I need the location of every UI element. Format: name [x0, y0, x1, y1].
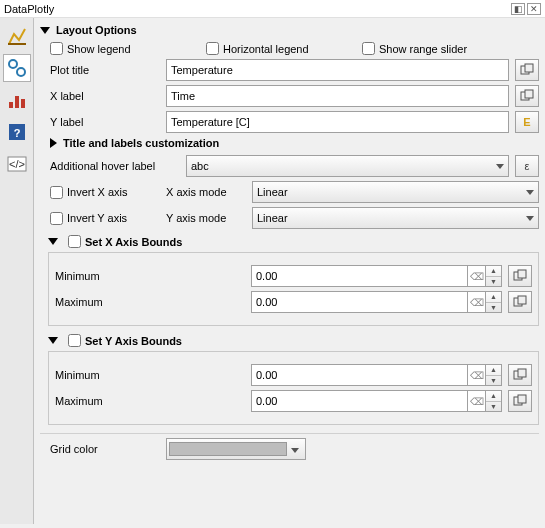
y-max-clear-button[interactable]: ⌫ [468, 390, 486, 412]
sidebar-layout-icon[interactable] [3, 86, 31, 114]
expand-icon [50, 138, 57, 148]
sidebar-settings-icon[interactable] [3, 54, 31, 82]
show-range-slider-checkbox[interactable] [362, 42, 375, 55]
sidebar-help-icon[interactable]: ? [3, 118, 31, 146]
svg-point-2 [17, 68, 25, 76]
y-max-input[interactable] [251, 390, 468, 412]
content-panel: Layout Options Show legend Horizontal le… [34, 18, 545, 524]
svg-rect-17 [518, 296, 526, 304]
x-max-label: Maximum [55, 296, 245, 308]
horizontal-legend-label: Horizontal legend [223, 43, 309, 55]
svg-rect-19 [518, 369, 526, 377]
x-label-label: X label [50, 90, 160, 102]
collapse-icon [48, 238, 58, 245]
x-max-spinner[interactable]: ▲▼ [486, 291, 502, 313]
plot-title-override-button[interactable] [515, 59, 539, 81]
y-min-override-button[interactable] [508, 364, 532, 386]
svg-rect-4 [15, 96, 19, 108]
svg-text:?: ? [13, 127, 20, 139]
x-axis-mode-combo[interactable]: Linear [252, 181, 539, 203]
window-title: DataPlotly [4, 3, 509, 15]
svg-rect-21 [518, 395, 526, 403]
x-bounds-box: Minimum ⌫▲▼ Maximum ⌫▲▼ [48, 252, 539, 326]
show-legend-checkbox[interactable] [50, 42, 63, 55]
chevron-down-icon [526, 190, 534, 195]
chevron-down-icon [287, 443, 303, 455]
x-min-override-button[interactable] [508, 265, 532, 287]
set-y-bounds-header[interactable]: Set Y Axis Bounds [48, 334, 539, 347]
svg-rect-11 [525, 64, 533, 72]
grid-color-button[interactable] [166, 438, 306, 460]
svg-rect-13 [525, 90, 533, 98]
sidebar-code-icon[interactable]: </> [3, 150, 31, 178]
set-x-bounds-checkbox[interactable] [68, 235, 81, 248]
x-min-spinner[interactable]: ▲▼ [486, 265, 502, 287]
svg-rect-5 [21, 99, 25, 108]
x-max-input[interactable] [251, 291, 468, 313]
sidebar: ? </> [0, 18, 34, 524]
show-range-slider-label: Show range slider [379, 43, 467, 55]
x-min-clear-button[interactable]: ⌫ [468, 265, 486, 287]
grid-color-swatch [169, 442, 287, 456]
horizontal-legend-checkbox[interactable] [206, 42, 219, 55]
svg-rect-15 [518, 270, 526, 278]
title-bar: DataPlotly ◧ ✕ [0, 0, 545, 18]
y-min-input[interactable] [251, 364, 468, 386]
invert-x-checkbox[interactable] [50, 186, 63, 199]
invert-y-checkbox[interactable] [50, 212, 63, 225]
set-y-bounds-checkbox[interactable] [68, 334, 81, 347]
set-x-bounds-header[interactable]: Set X Axis Bounds [48, 235, 539, 248]
hover-label-label: Additional hover label [50, 160, 180, 172]
x-axis-mode-label: X axis mode [166, 186, 246, 198]
x-label-input[interactable] [166, 85, 509, 107]
chevron-down-icon [526, 216, 534, 221]
invert-y-label: Invert Y axis [67, 212, 127, 224]
y-axis-mode-combo[interactable]: Linear [252, 207, 539, 229]
x-label-override-button[interactable] [515, 85, 539, 107]
y-label-expression-button[interactable]: E [515, 111, 539, 133]
y-label-label: Y label [50, 116, 160, 128]
x-min-input[interactable] [251, 265, 468, 287]
collapse-icon [40, 27, 50, 34]
close-button[interactable]: ✕ [527, 3, 541, 15]
x-max-override-button[interactable] [508, 291, 532, 313]
hover-label-combo[interactable]: abc [186, 155, 509, 177]
collapse-icon [48, 337, 58, 344]
dock-button[interactable]: ◧ [511, 3, 525, 15]
show-legend-label: Show legend [67, 43, 131, 55]
y-bounds-box: Minimum ⌫▲▼ Maximum ⌫▲▼ [48, 351, 539, 425]
y-min-spinner[interactable]: ▲▼ [486, 364, 502, 386]
grid-color-label: Grid color [50, 443, 160, 455]
hover-epsilon-button[interactable]: ε [515, 155, 539, 177]
layout-options-header[interactable]: Layout Options [40, 24, 539, 36]
y-label-input[interactable] [166, 111, 509, 133]
sidebar-plot-icon[interactable] [3, 22, 31, 50]
plot-title-input[interactable] [166, 59, 509, 81]
svg-text:</>: </> [9, 158, 25, 170]
y-axis-mode-label: Y axis mode [166, 212, 246, 224]
invert-x-label: Invert X axis [67, 186, 128, 198]
plot-title-label: Plot title [50, 64, 160, 76]
x-max-clear-button[interactable]: ⌫ [468, 291, 486, 313]
y-min-label: Minimum [55, 369, 245, 381]
title-customization-header[interactable]: Title and labels customization [50, 137, 539, 149]
chevron-down-icon [496, 164, 504, 169]
y-max-label: Maximum [55, 395, 245, 407]
svg-rect-0 [8, 43, 26, 45]
x-min-label: Minimum [55, 270, 245, 282]
svg-rect-3 [9, 102, 13, 108]
svg-point-1 [9, 60, 17, 68]
separator [40, 433, 539, 434]
y-min-clear-button[interactable]: ⌫ [468, 364, 486, 386]
y-max-spinner[interactable]: ▲▼ [486, 390, 502, 412]
y-max-override-button[interactable] [508, 390, 532, 412]
